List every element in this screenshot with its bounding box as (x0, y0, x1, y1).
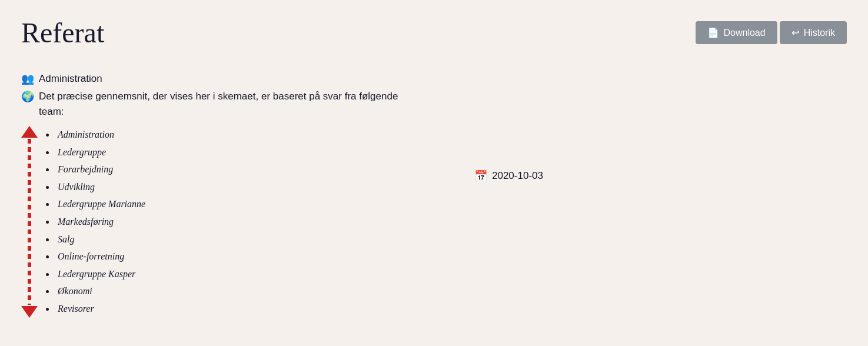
header-buttons: 📄 Download ↩ Historik (696, 21, 847, 44)
scroll-up-arrow (21, 126, 38, 138)
description-text: 🌍 Det præcise gennemsnit, der vises her … (21, 89, 410, 119)
people-icon: 👥 (21, 72, 34, 85)
list-item: Ledergruppe Kasper (55, 265, 145, 283)
description-content: Det præcise gennemsnit, der vises her i … (39, 89, 410, 119)
list-item: Markedsføring (55, 213, 145, 231)
list-item: Udvikling (55, 178, 145, 196)
history-button[interactable]: ↩ Historik (780, 21, 847, 44)
scroll-down-arrow (21, 306, 38, 318)
list-item: Online-forretning (55, 248, 145, 265)
teams-list: AdministrationLedergruppeForarbejdningUd… (44, 126, 145, 318)
team-label: 👥 Administration (21, 72, 847, 85)
teams-list-container: AdministrationLedergruppeForarbejdningUd… (21, 126, 847, 318)
header-row: Referat 📄 Download ↩ Historik (21, 16, 847, 49)
download-icon: 📄 (707, 27, 719, 38)
list-item: Forarbejdning (55, 161, 145, 178)
page-title: Referat (21, 16, 104, 49)
download-button[interactable]: 📄 Download (696, 21, 777, 44)
list-item: Administration (55, 126, 145, 144)
list-item: Ledergruppe Marianne (55, 195, 145, 213)
download-button-label: Download (724, 28, 766, 38)
list-item: Revisorer (55, 300, 145, 318)
list-item: Salg (55, 231, 145, 248)
team-name: Administration (39, 73, 102, 85)
content-area: 👥 Administration 📅 2020-10-03 🌍 Det præc… (21, 72, 847, 318)
list-item: Økonomi (55, 282, 145, 300)
history-button-label: Historik (804, 28, 835, 38)
history-icon: ↩ (791, 27, 799, 38)
chart-icon: 🌍 (21, 89, 34, 105)
list-item: Ledergruppe (55, 144, 145, 161)
scroll-indicator (21, 126, 38, 318)
scroll-dashed-line (28, 139, 31, 305)
page-container: Referat 📄 Download ↩ Historik 👥 Administ… (0, 0, 868, 346)
